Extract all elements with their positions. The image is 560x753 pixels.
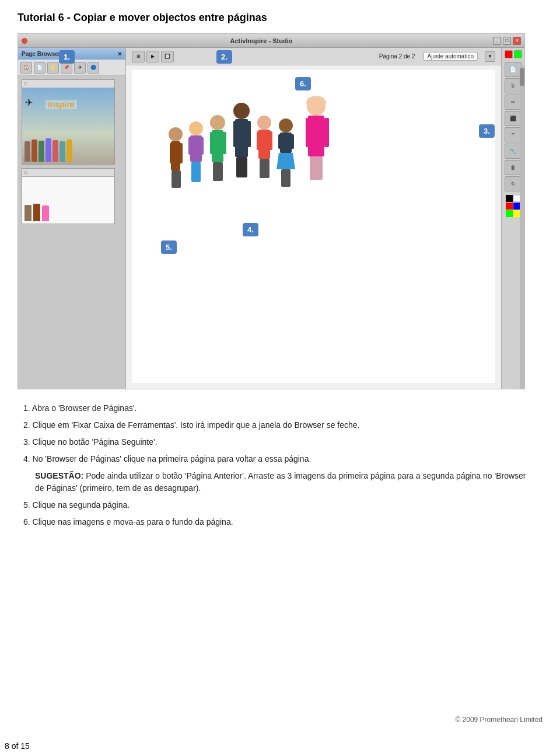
svg-point-12 (210, 115, 225, 130)
svg-rect-14 (210, 132, 214, 154)
activinspire-title: ActivInspire - Studio (30, 37, 493, 44)
sugestao-label: SUGESTÃO: (35, 471, 83, 480)
page-browser-title: Page Browser (22, 51, 61, 57)
svg-rect-2 (170, 143, 174, 163)
canvas-tb-icon-1[interactable]: ⊞ (132, 51, 145, 62)
svg-rect-39 (306, 118, 310, 147)
canvas-top-toolbar: ⊞ ▶ 🔲 Página 2 de 2 Ajuste automático ▼ (126, 48, 501, 65)
color-red[interactable] (506, 203, 513, 210)
rt-icon-group-1 (505, 50, 522, 58)
color-palette (506, 195, 520, 217)
page-counter: 8 of 15 (0, 739, 34, 753)
screenshot-area: ActivInspire - Studio _ □ ✕ Page Browser… (18, 33, 525, 389)
instruction-3: 3. Clique no botão 'Página Seguinte'. (23, 436, 537, 448)
dropdown-btn[interactable]: ▼ (485, 51, 495, 62)
instr-text-4b: Pode ainda utilizar o botão 'Página Ante… (35, 471, 526, 493)
color-black[interactable] (506, 195, 513, 202)
instr-text-2: Clique em 'Fixar Caixa de Ferramentas'. … (33, 420, 360, 430)
svg-rect-5 (175, 170, 181, 188)
tb-icon-5[interactable]: ✈ (74, 62, 86, 74)
svg-point-6 (189, 121, 203, 135)
window-close-dot[interactable] (22, 38, 27, 44)
instr-text-3: Clique no botão 'Página Seguinte'. (33, 437, 158, 447)
instruction-1: 1. Abra o 'Browser de Páginas'. (23, 402, 537, 414)
instr-text-5: Clique na segunda página. (33, 500, 130, 510)
page-browser-close[interactable]: ✕ (117, 51, 122, 57)
svg-rect-33 (290, 134, 294, 149)
activinspire-titlebar: ActivInspire - Studio _ □ ✕ (18, 34, 524, 48)
rt-page-icon[interactable]: 📄 (505, 62, 522, 77)
svg-rect-17 (217, 162, 223, 181)
maximize-button[interactable]: □ (503, 37, 511, 45)
instr-num-2: 2. (23, 420, 30, 430)
color-green[interactable] (506, 210, 513, 217)
tb-icon-2[interactable]: 📄 (34, 62, 46, 74)
svg-marker-34 (276, 153, 295, 169)
instruction-5: 5. Clique na segunda página. (23, 499, 537, 511)
rt-icon-2[interactable] (514, 50, 522, 58)
rt-tool-6[interactable]: 🗑 (505, 160, 522, 175)
instr-num-4: 4. (23, 454, 30, 463)
callout-6: 6. (295, 77, 311, 90)
svg-rect-29 (264, 159, 270, 178)
rt-tool-3[interactable]: ⬛ (505, 111, 522, 126)
instr-num-6: 6. (23, 517, 30, 527)
minimize-button[interactable]: _ (493, 37, 501, 45)
callout-3: 3. (479, 124, 495, 138)
callout-5: 5. (161, 240, 177, 254)
page-thumb-2[interactable]: □ (22, 168, 115, 224)
tb-icon-6[interactable]: 🔵 (88, 62, 99, 74)
tb-icon-3[interactable]: ⭐ (47, 62, 59, 74)
svg-rect-8 (188, 137, 192, 155)
svg-rect-9 (200, 137, 204, 155)
instruction-6: 6. Clique nas imagens e mova-as para o f… (23, 516, 537, 528)
page-thumb-1-image: ✈ Inspire (22, 88, 114, 164)
rt-icon-1[interactable] (505, 50, 513, 58)
instruction-4: 4. No 'Browser de Páginas' clique na pri… (23, 453, 537, 465)
page-thumb-2-header: □ (22, 169, 114, 177)
page-browser-panel: Page Browser ✕ 🏠 📄 ⭐ 📌 ✈ 🔵 □ (18, 48, 126, 389)
scrollbar-thumb[interactable] (520, 68, 524, 86)
rt-refresh[interactable]: ↻ (505, 176, 522, 191)
page-thumbnails[interactable]: □ ✈ Inspire (18, 76, 125, 389)
page-label: Página 2 de 2 (379, 53, 415, 60)
page-thumb-1[interactable]: □ ✈ Inspire (22, 79, 115, 165)
canvas-toolbar-icons: ⊞ ▶ 🔲 (132, 51, 174, 62)
auto-adjust-btn[interactable]: Ajuste automático (424, 52, 478, 61)
scrollbar[interactable] (520, 66, 524, 389)
instr-num-5: 5. (23, 500, 30, 510)
svg-point-30 (279, 118, 293, 133)
canvas-tb-icon-2[interactable]: ▶ (146, 51, 159, 62)
window-buttons: _ □ ✕ (493, 37, 521, 45)
svg-point-24 (257, 116, 271, 130)
airplane-icon: ✈ (25, 97, 33, 108)
callout-1: 1. (59, 50, 75, 64)
rt-tool-4[interactable]: T (505, 127, 522, 142)
rt-tool-1[interactable]: 🖱 (505, 78, 522, 93)
rt-tool-5[interactable]: 🔧 (505, 144, 522, 159)
svg-rect-40 (324, 118, 329, 147)
svg-rect-27 (268, 131, 272, 150)
inspire-logo: Inspire (46, 100, 77, 109)
page-wrapper: Tutorial 6 - Copiar e mover objectos ent… (0, 0, 560, 735)
svg-point-18 (233, 103, 250, 119)
characters-illustration (161, 76, 394, 333)
instr-text-4: No 'Browser de Páginas' clique na primei… (33, 454, 312, 463)
page-thumb-1-header: □ (22, 80, 114, 88)
canvas-content (132, 70, 495, 383)
close-button[interactable]: ✕ (513, 37, 521, 45)
instr-num-1: 1. (23, 403, 30, 413)
tb-icon-1[interactable]: 🏠 (20, 62, 32, 74)
instr-text-6: Clique nas imagens e mova-as para o fund… (33, 517, 233, 527)
svg-rect-3 (178, 143, 183, 163)
instr-text-1: Abra o 'Browser de Páginas'. (32, 403, 137, 413)
main-canvas: ⊞ ▶ 🔲 Página 2 de 2 Ajuste automático ▼ (126, 48, 501, 389)
svg-point-0 (169, 127, 183, 141)
svg-rect-36 (285, 169, 290, 187)
callout-2: 2. (216, 50, 232, 64)
rt-tool-2[interactable]: ✏ (505, 95, 522, 110)
svg-rect-32 (278, 134, 282, 149)
canvas-tb-icon-3[interactable]: 🔲 (161, 51, 174, 62)
svg-rect-26 (257, 131, 261, 150)
page-footer: © 2009 Promethean Limited (455, 716, 542, 724)
